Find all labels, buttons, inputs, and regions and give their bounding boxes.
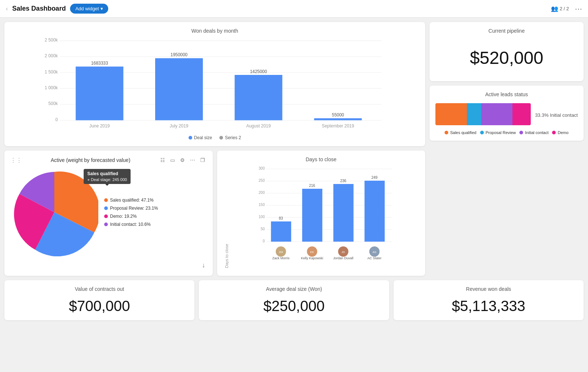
won-deals-title: Won deals by month (10, 28, 419, 34)
svg-text:September 2019: September 2019 (322, 123, 354, 129)
svg-text:June 2019: June 2019 (90, 123, 110, 129)
legend-series2: Series 2 (219, 135, 241, 140)
legend-deal-size: Deal size (189, 135, 212, 140)
svg-text:500k: 500k (48, 101, 58, 106)
deal-size-dot (189, 136, 192, 140)
days-to-close-card: Days to close Days to close 300 250 200 … (217, 151, 426, 276)
users-badge: 👥 2 / 2 (551, 5, 569, 12)
bar-kelly[interactable] (302, 189, 322, 242)
active-leads-title: Active leads status (435, 91, 578, 97)
pie-area: Sales qualified ● Deal stage: 245 000 (10, 165, 207, 270)
revenue-won-value: $5,113,333 (399, 298, 578, 314)
pipeline-title: Current pipeline (435, 28, 578, 34)
won-deals-chart: 2 500k 2 000k 1 500k 1 000k 500k 0 16833… (10, 37, 419, 132)
pie-ic-dot (104, 223, 108, 226)
expand-icon[interactable]: ❐ (199, 156, 207, 164)
avg-deal-value: $250,000 (205, 298, 383, 314)
pie-pr-label: Proposal Review: 23.1% (110, 206, 158, 211)
segment-demo (512, 103, 530, 125)
svg-text:August 2019: August 2019 (246, 123, 271, 129)
more-icon[interactable]: ⋯ (189, 156, 197, 164)
svg-text:1683333: 1683333 (91, 61, 108, 66)
revenue-won-title: Revenue won deals (399, 286, 578, 292)
active-leads-bar (435, 103, 531, 125)
back-icon[interactable]: ‹ (6, 6, 8, 12)
current-pipeline-card: Current pipeline $520,000 (430, 22, 584, 81)
segment-initial-contact (481, 103, 513, 125)
bar-june[interactable] (76, 66, 123, 120)
days-chart-wrapper: Days to close 300 250 200 150 100 50 0 (223, 165, 420, 268)
leads-percent-label: 33.3% Initial contact (535, 112, 578, 118)
download-icon[interactable]: ↓ (201, 261, 207, 270)
svg-text:1425000: 1425000 (250, 69, 267, 74)
svg-text:AC Slater: AC Slater (367, 256, 381, 260)
pie-legend-pr: Proposal Review: 23.1% (104, 206, 158, 211)
svg-text:55000: 55000 (332, 112, 344, 118)
svg-text:July 2019: July 2019 (170, 123, 189, 129)
bar-august[interactable] (235, 75, 282, 120)
leads-bar-row: 33.3% Initial contact (435, 100, 578, 128)
svg-text:Zack Morris: Zack Morris (272, 256, 289, 260)
svg-text:300: 300 (259, 166, 265, 170)
svg-text:1950000: 1950000 (171, 52, 188, 57)
view-icon[interactable]: ▭ (169, 156, 176, 164)
svg-text:50: 50 (260, 227, 265, 231)
add-widget-label: Add widget (75, 6, 99, 11)
header-actions: 👥 2 / 2 ⋯ (551, 4, 582, 13)
bar-jordan[interactable] (333, 184, 353, 242)
svg-text:ZM: ZM (278, 250, 283, 254)
demo-label: Demo (558, 130, 568, 135)
more-options-icon[interactable]: ⋯ (575, 4, 582, 13)
pie-svg (10, 168, 98, 256)
pie-sq-dot (104, 198, 108, 202)
svg-text:Jordan Duvall: Jordan Duvall (333, 256, 353, 260)
series2-label: Series 2 (225, 135, 241, 140)
svg-text:KK: KK (310, 250, 314, 254)
pr-dot (480, 131, 484, 134)
pie-ic-label: Initial contact: 10.6% (110, 222, 151, 227)
svg-text:150: 150 (259, 203, 265, 207)
bar-september[interactable] (314, 118, 362, 120)
svg-text:AS: AS (372, 250, 376, 254)
won-deals-svg: 2 500k 2 000k 1 500k 1 000k 500k 0 16833… (18, 37, 412, 132)
segment-sales-qualified (435, 103, 467, 125)
svg-text:250: 250 (259, 178, 265, 183)
pie-demo-dot (104, 214, 108, 218)
won-deals-card: Won deals by month 2 500k 2 000k 1 500k … (4, 22, 425, 146)
svg-text:0: 0 (55, 117, 58, 122)
sq-dot (445, 131, 448, 134)
page-title: Sales Dashboard (12, 5, 66, 12)
svg-text:1 000k: 1 000k (45, 85, 58, 90)
bar-zack[interactable] (271, 221, 291, 242)
svg-text:JD: JD (341, 250, 345, 254)
sq-label: Sales qualified (450, 130, 476, 135)
bar-ac[interactable] (364, 181, 384, 242)
pr-label: Proposal Review (486, 130, 516, 135)
download-row: ↓ (10, 261, 207, 270)
legend-demo: Demo (552, 130, 568, 135)
filter-icon[interactable]: ☷ (159, 156, 167, 164)
pipeline-value: $520,000 (435, 37, 578, 75)
svg-text:249: 249 (371, 176, 377, 180)
svg-text:83: 83 (279, 216, 283, 220)
pie-pr-dot (104, 206, 108, 210)
contracts-out-title: Value of contracts out (10, 286, 189, 292)
pie-legend-ic: Initial contact: 10.6% (104, 222, 158, 227)
svg-text:236: 236 (340, 179, 346, 183)
avg-deal-title: Average deal size (Won) (205, 286, 383, 292)
demo-dot (552, 131, 556, 134)
svg-text:1 500k: 1 500k (45, 69, 58, 75)
ic-dot (519, 131, 523, 134)
svg-text:200: 200 (259, 191, 265, 195)
series2-dot (219, 136, 223, 140)
drag-handle-icon[interactable]: ⋮⋮ (10, 157, 22, 164)
legend-initial-contact: Initial contact (519, 130, 548, 135)
header: ‹ Sales Dashboard Add widget ▾ 👥 2 / 2 ⋯ (0, 0, 588, 18)
deal-size-label: Deal size (194, 135, 212, 140)
legend-proposal-review: Proposal Review (480, 130, 516, 135)
svg-text:2 000k: 2 000k (45, 53, 58, 58)
pie-legend-sq: Sales qualified: 47.1% (104, 198, 158, 203)
settings-icon[interactable]: ⚙ (179, 156, 186, 164)
bar-july[interactable] (155, 58, 203, 120)
add-widget-button[interactable]: Add widget ▾ (70, 4, 108, 14)
